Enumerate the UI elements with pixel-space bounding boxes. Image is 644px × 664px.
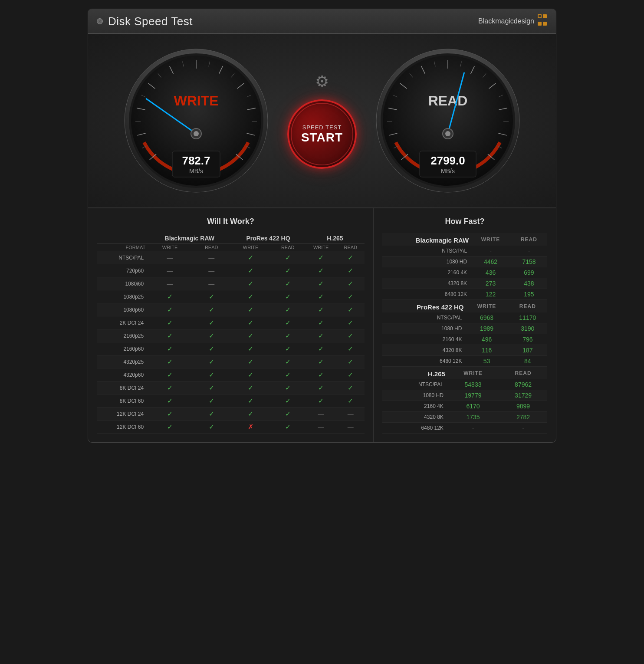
check-mark: ✓ <box>209 384 214 391</box>
table-row: 2160p25✓✓✓✓✓✓ <box>97 329 365 342</box>
check-mark: ✓ <box>348 306 353 313</box>
check-mark: ✓ <box>209 410 214 417</box>
title-bar: ✕ Disk Speed Test Blackmagicdesign <box>88 9 556 34</box>
section-group-title: Blackmagic RAW <box>382 233 470 246</box>
list-item: 1080 HD19893190 <box>382 323 547 334</box>
row-label: 2160 4K <box>382 401 447 412</box>
check-mark: ✓ <box>318 371 324 378</box>
check-mark: ✓ <box>348 280 353 287</box>
read-value: 2782 <box>499 412 547 423</box>
read-value: 84 <box>508 356 547 367</box>
svg-text:MB/s: MB/s <box>189 168 203 174</box>
check-mark: ✓ <box>285 319 291 326</box>
check-mark: ✓ <box>348 358 353 365</box>
check-mark: ✓ <box>248 332 253 339</box>
cross-mark: ✗ <box>248 423 253 431</box>
row-label: 4320 8K <box>382 345 465 356</box>
write-gauge: WRITE 782.7 MB/s <box>122 47 270 194</box>
list-item: 2160 4K496796 <box>382 334 547 345</box>
svg-point-27 <box>194 131 199 136</box>
check-mark: ✓ <box>348 319 353 326</box>
h265-group-header: H.265 <box>306 233 365 244</box>
read-col-header: READ <box>511 233 547 246</box>
table-row: NTSC/PAL——✓✓✓✓ <box>97 251 365 264</box>
check-mark: ✓ <box>248 397 253 404</box>
check-mark: ✓ <box>285 267 291 274</box>
gauges-area: WRITE 782.7 MB/s ⚙ SPEED TEST START <box>88 34 556 208</box>
write-value: - <box>470 246 511 256</box>
dash-mark: — <box>208 280 214 287</box>
svg-point-58 <box>445 131 450 136</box>
check-mark: ✓ <box>285 371 291 378</box>
section-group-title: H.265 <box>382 367 447 379</box>
section-group-title: ProRes 422 HQ <box>382 300 465 312</box>
check-mark: ✓ <box>248 345 253 352</box>
how-fast-section: How Fast? Blackmagic RAWWRITEREADNTSC/PA… <box>374 208 556 442</box>
check-mark: ✓ <box>285 410 291 417</box>
read-value: 11170 <box>508 312 547 323</box>
check-mark: ✓ <box>318 384 324 391</box>
brand-name: Blackmagicdesign <box>478 17 534 25</box>
read-value: 31729 <box>499 390 547 401</box>
write-value: 6170 <box>447 401 499 412</box>
check-mark: ✓ <box>167 319 173 326</box>
brand-sq-4 <box>543 22 547 26</box>
check-mark: ✓ <box>318 306 324 313</box>
list-item: 4320 8K273438 <box>382 278 547 289</box>
check-mark: ✓ <box>318 397 324 404</box>
table-row: 1080i60——✓✓✓✓ <box>97 277 365 290</box>
read-value: 87962 <box>499 379 547 390</box>
dash-mark: — <box>318 424 324 431</box>
check-mark: ✓ <box>248 358 253 365</box>
check-mark: ✓ <box>285 345 291 352</box>
gear-icon[interactable]: ⚙ <box>315 72 329 91</box>
write-value: 273 <box>470 278 511 289</box>
row-label: 1080 HD <box>382 323 465 334</box>
check-mark: ✓ <box>167 397 173 404</box>
svg-text:MB/s: MB/s <box>441 168 455 174</box>
row-label: 6480 12K <box>382 289 470 300</box>
check-mark: ✓ <box>167 358 173 365</box>
read-value: - <box>499 423 547 434</box>
row-label: 6480 12K <box>382 423 447 434</box>
list-item: 4320 8K17352782 <box>382 412 547 423</box>
svg-text:WRITE: WRITE <box>174 93 218 108</box>
list-item: 6480 12K122195 <box>382 289 547 300</box>
check-mark: ✓ <box>209 306 214 313</box>
check-mark: ✓ <box>285 293 291 300</box>
check-mark: ✓ <box>348 267 353 274</box>
tables-area: Will It Work? Blackmagic RAW ProRes 422 … <box>88 208 556 442</box>
will-it-work-table: Blackmagic RAW ProRes 422 HQ H.265 FORMA… <box>97 233 365 434</box>
write-value: 122 <box>470 289 511 300</box>
write-value: 4462 <box>470 256 511 267</box>
svg-text:READ: READ <box>428 93 468 108</box>
read-col-header: READ <box>508 300 547 312</box>
check-mark: ✓ <box>318 345 324 352</box>
pro-read-header: READ <box>270 244 306 251</box>
pro-write-header: WRITE <box>231 244 270 251</box>
check-mark: ✓ <box>348 254 353 261</box>
close-button[interactable]: ✕ <box>97 18 103 24</box>
how-fast-table: Blackmagic RAWWRITEREADNTSC/PAL--1080 HD… <box>382 233 547 300</box>
read-value: 9899 <box>499 401 547 412</box>
h265-write-header: WRITE <box>306 244 337 251</box>
row-label: 4320 8K <box>382 278 470 289</box>
how-fast-content: Blackmagic RAWWRITEREADNTSC/PAL--1080 HD… <box>382 233 547 434</box>
table-row: 4320p60✓✓✓✓✓✓ <box>97 368 365 381</box>
row-label: 6480 12K <box>382 356 465 367</box>
will-it-work-section: Will It Work? Blackmagic RAW ProRes 422 … <box>88 208 374 442</box>
check-mark: ✓ <box>167 410 173 417</box>
check-mark: ✓ <box>167 293 173 300</box>
check-mark: ✓ <box>248 293 253 300</box>
check-mark: ✓ <box>248 306 253 313</box>
check-mark: ✓ <box>209 319 214 326</box>
start-button[interactable]: SPEED TEST START <box>287 99 357 169</box>
write-value: 54833 <box>447 379 499 390</box>
check-mark: ✓ <box>348 345 353 352</box>
list-item: 6480 12K5384 <box>382 356 547 367</box>
bmr-write-header: WRITE <box>148 244 192 251</box>
write-value: 436 <box>470 267 511 278</box>
read-value: 438 <box>511 278 547 289</box>
table-row: 720p60——✓✓✓✓ <box>97 264 365 277</box>
check-mark: ✓ <box>318 319 324 326</box>
